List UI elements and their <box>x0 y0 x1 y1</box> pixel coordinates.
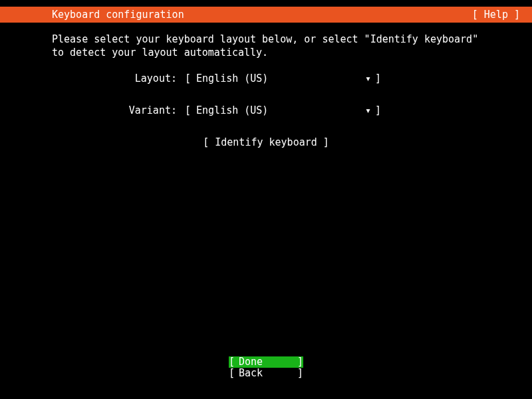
instruction-text: Please select your keyboard layout below… <box>52 33 480 59</box>
variant-dropdown[interactable]: [ English (US) ▾ ] <box>185 104 381 116</box>
layout-dropdown[interactable]: [ English (US) ▾ ] <box>185 72 381 84</box>
layout-row: Layout: [ English (US) ▾ ] <box>52 72 480 84</box>
bracket-open: [ <box>229 356 235 368</box>
identify-row: [ Identify keyboard ] <box>52 136 480 148</box>
variant-row: Variant: [ English (US) ▾ ] <box>52 104 480 116</box>
variant-label: Variant: <box>52 104 185 116</box>
back-label: Back <box>235 367 263 379</box>
layout-label: Layout: <box>52 72 185 84</box>
bracket-close: ] <box>375 104 381 116</box>
form-area: Layout: [ English (US) ▾ ] Variant: [ En… <box>52 72 480 148</box>
identify-keyboard-button[interactable]: [ Identify keyboard ] <box>203 136 329 148</box>
content-area: Please select your keyboard layout below… <box>0 23 532 148</box>
bracket-close: ] <box>297 356 303 368</box>
chevron-down-icon: ▾ <box>365 72 371 84</box>
bracket-open: [ <box>185 72 191 84</box>
help-button[interactable]: [ Help ] <box>472 9 520 21</box>
header-bar: Keyboard configuration [ Help ] <box>0 7 532 23</box>
done-button[interactable]: [Done] <box>229 356 303 368</box>
footer-buttons: [Done] [Back] <box>0 356 532 380</box>
bracket-close: ] <box>297 368 303 379</box>
done-label: Done <box>235 356 263 368</box>
page-title: Keyboard configuration <box>52 9 184 21</box>
chevron-down-icon: ▾ <box>365 104 371 116</box>
variant-value: English (US) <box>192 104 365 116</box>
bracket-open: [ <box>185 104 191 116</box>
bracket-open: [ <box>229 367 235 379</box>
bracket-close: ] <box>375 72 381 84</box>
back-button[interactable]: [Back] <box>229 368 303 379</box>
layout-value: English (US) <box>192 72 365 84</box>
